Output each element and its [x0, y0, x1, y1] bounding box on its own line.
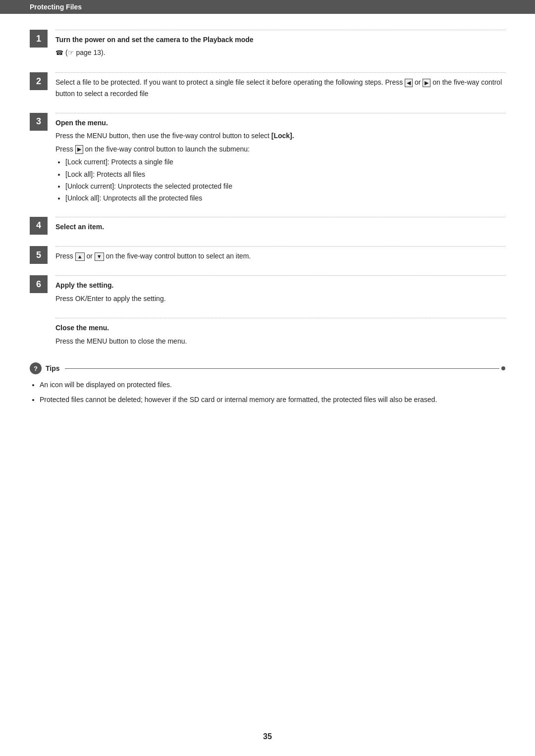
step-5-content: Press ▲ or ▼ on the five-way control but…: [55, 240, 505, 267]
step-6-content: Apply the setting. Press OK/Enter to app…: [55, 269, 505, 310]
down-arrow-icon: ▼: [95, 252, 104, 261]
step-number-3: 3: [30, 113, 48, 131]
list-item: [Lock current]: Protects a single file: [65, 156, 505, 167]
dotted-divider: [55, 113, 505, 113]
step-3-lock-text: [Lock].: [271, 132, 294, 140]
right-arrow-icon: ▶: [423, 79, 430, 87]
dotted-divider: [55, 72, 505, 73]
step-row: 6 Apply the setting. Press OK/Enter to a…: [30, 269, 505, 310]
list-item: [Unlock current]: Unprotects the selecte…: [65, 181, 505, 192]
right-arrow-icon-2: ▶: [75, 145, 83, 153]
step-row: 1 Turn the power on and set the camera t…: [30, 24, 505, 64]
step-2-text: Select a file to be protected. If you wa…: [55, 77, 505, 99]
tips-dot: [501, 366, 505, 370]
up-arrow-icon: ▲: [75, 252, 85, 261]
step-1-bold-text: Turn the power on and set the camera to …: [55, 36, 254, 44]
step-3-list: [Lock current]: Protects a single file […: [65, 156, 505, 204]
tips-line: [65, 368, 499, 369]
content-area: 1 Turn the power on and set the camera t…: [0, 19, 535, 446]
step-number-5: 5: [30, 246, 48, 264]
list-item: [Unlock all]: Unprotects all the protect…: [65, 193, 505, 203]
step-3-content: Open the menu. Press the MENU button, th…: [55, 107, 505, 209]
list-item: [Lock all]: Protects all files: [65, 169, 505, 180]
step-3-body: Open the menu. Press the MENU button, th…: [55, 117, 505, 204]
dotted-divider: [55, 246, 505, 247]
step-number-2: 2: [30, 72, 48, 90]
tips-icon: ?: [30, 362, 42, 374]
step-3-title: Open the menu.: [55, 117, 505, 128]
step-3-line2: Press ▶ on the five-way control button t…: [55, 144, 505, 154]
step-6-text: Press OK/Enter to apply the setting.: [55, 293, 505, 304]
header-title: Protecting Files: [30, 3, 82, 11]
step-6-body: Apply the setting. Press OK/Enter to app…: [55, 280, 505, 304]
step-1-content: Turn the power on and set the camera to …: [55, 24, 505, 64]
step-5-text: Press ▲ or ▼ on the five-way control but…: [55, 251, 505, 261]
list-item: Protected files cannot be deleted; howev…: [40, 394, 505, 406]
step-4-content: Select an item.: [55, 211, 505, 238]
step-1-ref-text: (☞ page 13).: [65, 49, 106, 56]
step-row: 2 Select a file to be protected. If you …: [30, 66, 505, 105]
dotted-divider: [55, 30, 505, 30]
step-7-body: Close the menu. Press the MENU button to…: [55, 322, 505, 347]
list-item: An icon will be displayed on protected f…: [40, 379, 505, 391]
step-number-1: 1: [30, 30, 48, 48]
dotted-divider: [55, 275, 505, 276]
step-7-content: Close the menu. Press the MENU button to…: [55, 312, 505, 353]
tips-body: An icon will be displayed on protected f…: [30, 379, 505, 406]
step-row: 5 Press ▲ or ▼ on the five-way control b…: [30, 240, 505, 267]
step-6-title: Apply the setting.: [55, 280, 505, 291]
tips-label: Tips: [46, 364, 60, 372]
step-5-body: Press ▲ or ▼ on the five-way control but…: [55, 251, 505, 261]
step-7-text: Press the MENU button to close the menu.: [55, 336, 505, 347]
dotted-divider: [55, 318, 505, 318]
step-number-4: 4: [30, 217, 48, 235]
step-row: Close the menu. Press the MENU button to…: [30, 312, 505, 353]
step-1-ref: ☎ (☞ page 13).: [55, 47, 505, 58]
step-4-body: Select an item.: [55, 221, 505, 232]
dotted-divider: [55, 217, 505, 217]
page-number: 35: [0, 732, 535, 741]
step-row: 3 Open the menu. Press the MENU button, …: [30, 107, 505, 209]
tips-header: ? Tips: [30, 362, 505, 374]
phone-icon: ☎: [55, 49, 63, 56]
section-header: Protecting Files: [0, 0, 535, 14]
step-1-body: Turn the power on and set the camera to …: [55, 34, 505, 58]
step-2-body: Select a file to be protected. If you wa…: [55, 77, 505, 99]
step-7-title: Close the menu.: [55, 322, 505, 333]
step-4-title: Select an item.: [55, 221, 505, 232]
step-row: 4 Select an item.: [30, 211, 505, 238]
tips-section: ? Tips An icon will be displayed on prot…: [30, 362, 505, 406]
step-2-content: Select a file to be protected. If you wa…: [55, 66, 505, 105]
tips-list: An icon will be displayed on protected f…: [40, 379, 505, 406]
page-container: Protecting Files 1 Turn the power on and…: [0, 0, 535, 756]
step-3-line1: Press the MENU button, then use the five…: [55, 130, 505, 141]
left-arrow-icon: ◀: [405, 79, 413, 87]
step-number-6: 6: [30, 275, 48, 293]
